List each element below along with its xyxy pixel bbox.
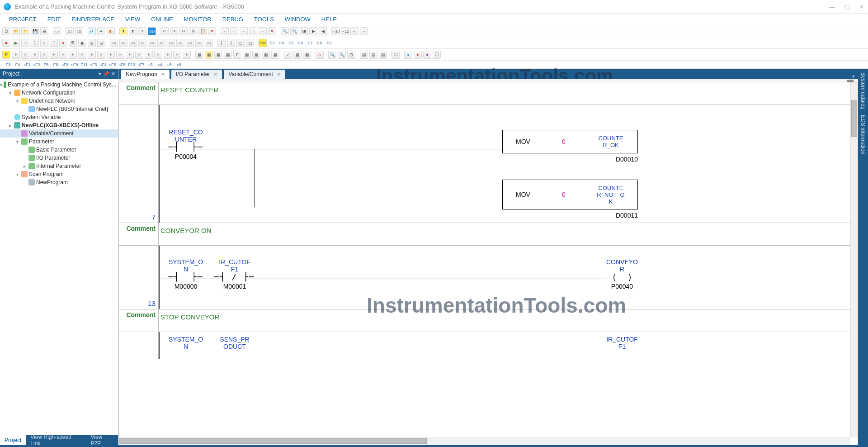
copy-icon[interactable]: ⎘	[189, 27, 197, 35]
stop-icon[interactable]: ◐	[107, 27, 115, 35]
tree-new-program[interactable]: NewProgram	[0, 178, 118, 186]
save-icon[interactable]: 💾	[31, 27, 39, 35]
view-e-icon[interactable]: F	[233, 51, 241, 59]
bp-disable-icon[interactable]: ◎	[88, 39, 96, 47]
menu-edit[interactable]: EDIT	[43, 15, 66, 24]
ladder-tool-9-icon[interactable]: ⊦	[97, 51, 105, 59]
horizontal-scrollbar[interactable]	[119, 437, 850, 445]
block-b-icon[interactable]: ▫	[230, 27, 238, 35]
tree-sys-var[interactable]: System Variable	[0, 113, 118, 121]
tree-root[interactable]: ▾Example of a Packing Machine Control Sy…	[0, 81, 118, 89]
contact-sens-product[interactable]: SENS_PRODUCT	[212, 336, 257, 350]
var-icon[interactable]: ▤	[369, 51, 377, 59]
ladder-tool-4-icon[interactable]: ⊦	[50, 51, 58, 59]
vertical-scrollbar[interactable]	[850, 82, 858, 437]
arrow-left-icon[interactable]: ←	[350, 27, 359, 35]
block-a-icon[interactable]: ▫	[221, 27, 229, 35]
menu-project[interactable]: PROJECT	[5, 15, 41, 24]
win1-icon[interactable]: ▭	[110, 39, 118, 47]
ladder-tool-0-icon[interactable]: ⊦	[12, 51, 20, 59]
find2-icon[interactable]: 🔍	[290, 27, 298, 35]
tree-var-comment[interactable]: Variable/Comment	[0, 129, 118, 138]
ladder-tool-13-icon[interactable]: ⊦	[135, 51, 143, 59]
ladder-tool-11-icon[interactable]: ⊦	[116, 51, 124, 59]
box1-icon[interactable]: ◻	[236, 39, 245, 47]
menu-tools[interactable]: TOOLS	[250, 15, 278, 24]
menu-help[interactable]: HELP	[317, 15, 341, 24]
findprev-icon[interactable]: ◀	[319, 27, 327, 35]
block-d-icon[interactable]: ▫	[249, 27, 257, 35]
view-b-icon[interactable]: ▦	[205, 51, 213, 59]
tree-scan-prog[interactable]: ▾Scan Program	[0, 170, 118, 178]
tab-overflow-icon[interactable]: ▾	[852, 74, 854, 79]
trace-icon[interactable]: 📊	[97, 39, 105, 47]
globe-purple-icon[interactable]: ●	[423, 51, 431, 59]
tab-ioparameter[interactable]: I/O Parameter✕	[171, 70, 222, 79]
menu-view[interactable]: VIEW	[121, 15, 145, 24]
panel-pin-icon[interactable]: 📌	[103, 71, 109, 77]
tree-undef-net[interactable]: ▾Undefined Network	[0, 97, 118, 105]
win6-icon[interactable]: ▭	[157, 39, 165, 47]
paste-icon[interactable]: 📋	[198, 27, 207, 35]
tab-project[interactable]: Project	[0, 435, 26, 445]
sd-icon[interactable]: SD	[148, 27, 156, 35]
bp-list-icon[interactable]: ≣	[69, 39, 77, 47]
download-icon[interactable]: ⬇	[119, 27, 127, 35]
view-g-icon[interactable]: ▦	[252, 51, 260, 59]
win10-icon[interactable]: ▭	[195, 39, 203, 47]
goto-icon[interactable]: →10	[331, 27, 340, 35]
find-icon[interactable]: 🔍	[281, 27, 289, 35]
open-icon[interactable]: 📂	[12, 27, 20, 35]
close-tab-icon[interactable]: ✕	[213, 71, 217, 77]
panel-dropdown-icon[interactable]: ▾	[99, 71, 101, 77]
rung2-canvas[interactable]: SYSTEM_ON ─┤ ├─ M00000 IR_CUTOFF1 ─┤ / ├…	[159, 246, 850, 309]
row3-esc-icon[interactable]: E	[2, 51, 10, 59]
memory-icon[interactable]: ▤	[360, 51, 368, 59]
tab-system-catalog[interactable]: System catalog	[860, 72, 866, 109]
build-icon[interactable]: ▦	[293, 51, 302, 59]
view-a-icon[interactable]: ▦	[195, 51, 203, 59]
breakpoint-icon[interactable]: ●	[59, 39, 67, 47]
close-tab-icon[interactable]: ✕	[277, 71, 281, 77]
ladder-editor[interactable]: Comment RESET COUNTER 7 RESET_COUNTER ─┤…	[118, 82, 858, 445]
fbox-mov-counter-ok[interactable]: MOV 0 COUNTER_OK	[502, 130, 638, 153]
win3-icon[interactable]: ▭	[129, 39, 137, 47]
menu-findreplace[interactable]: FIND/REPLACE	[67, 15, 119, 24]
menu-window[interactable]: WINDOW	[280, 15, 315, 24]
coil-ir-cutoff1[interactable]: IR_CUTOFF1	[602, 336, 642, 350]
step-out-icon[interactable]: ⤴	[50, 39, 58, 47]
build2-icon[interactable]: ▦	[303, 51, 311, 59]
menu-online[interactable]: ONLINE	[146, 15, 177, 24]
replace-icon[interactable]: ᴀʙ	[300, 27, 308, 35]
view-f-icon[interactable]: ▦	[243, 51, 251, 59]
win5-icon[interactable]: ▭	[148, 39, 156, 47]
tree-net-config[interactable]: ▾Network Configuration	[0, 89, 118, 97]
ladder-tool-7-icon[interactable]: ⊦	[78, 51, 86, 59]
zoom-out-icon[interactable]: 🔍	[338, 51, 346, 59]
rung1-comment[interactable]: RESET COUNTER	[159, 82, 850, 97]
coil-conveyor[interactable]: CONVEYOR P00040	[602, 258, 642, 290]
undo-icon[interactable]: ↶	[160, 27, 169, 35]
maximize-button[interactable]: ▢	[844, 3, 850, 10]
ladder-tool-3-icon[interactable]: ⊦	[40, 51, 48, 59]
tree-parameter[interactable]: ▾Parameter	[0, 138, 118, 146]
zoom-in-icon[interactable]: 🔍	[328, 51, 336, 59]
menu-monitor[interactable]: MONITOR	[179, 15, 216, 24]
ladder-tool-17-icon[interactable]: ⊦	[173, 51, 181, 59]
tab-eds-information[interactable]: EDS information	[860, 115, 866, 154]
vscroll-thumb[interactable]	[851, 100, 857, 137]
open2-icon[interactable]: 📁	[21, 27, 29, 35]
monitor-icon[interactable]: 🖵	[392, 51, 400, 59]
module2-icon[interactable]: ◫	[75, 27, 83, 35]
view-i-icon[interactable]: ▦	[271, 51, 279, 59]
project-tree[interactable]: ▾Example of a Packing Machine Control Sy…	[0, 79, 118, 435]
block-e-icon[interactable]: ▫	[259, 27, 267, 35]
panel-close-icon[interactable]: ✕	[111, 71, 115, 77]
ladder-tool-1-icon[interactable]: ⊦	[21, 51, 29, 59]
rung2-comment[interactable]: CONVEYOR ON	[159, 223, 850, 238]
ladder-tool-6-icon[interactable]: ⊦	[69, 51, 77, 59]
globe-red-icon[interactable]: ●	[414, 51, 422, 59]
window-icon[interactable]: ▭	[53, 27, 61, 35]
debug-stop-icon[interactable]: ■	[2, 39, 10, 47]
debug-play-icon[interactable]: ▶	[12, 39, 20, 47]
